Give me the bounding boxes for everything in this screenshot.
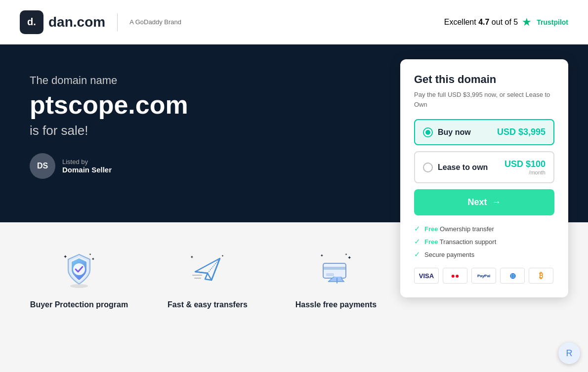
lease-radio: [423, 163, 433, 172]
feature-payments: ✦ ✦ ✦ Hassle free payments: [287, 247, 385, 310]
svg-rect-14: [326, 273, 334, 276]
seller-details: Listed by Domain Seller: [62, 158, 112, 174]
dan-logo-icon: d.: [20, 10, 43, 34]
check-icon-3: ✓: [414, 250, 420, 259]
bitcoin-icon: ₿: [529, 268, 553, 284]
lease-label: Lease to own: [438, 163, 488, 172]
feature-fast-transfer-label: Fast & easy transfers: [168, 299, 248, 310]
card-subtitle: Pay the full USD $3,995 now, or select L…: [414, 90, 554, 109]
svg-point-4: [70, 284, 88, 288]
dan-logo-text: dan.com: [48, 14, 105, 30]
shield-icon: ✦ ✦ ✦: [57, 247, 101, 291]
revain-badge[interactable]: R: [558, 342, 580, 364]
header-left: d. dan.com A GoDaddy Brand: [20, 10, 181, 34]
svg-text:✦: ✦: [63, 254, 67, 259]
lease-period: /month: [504, 169, 546, 175]
lease-option[interactable]: Lease to own USD $100 /month: [414, 151, 554, 183]
trustpilot-area: Excellent 4.7 out of 5 ★ Trustpilot: [444, 16, 568, 29]
feature-payments-label: Hassle free payments: [295, 299, 377, 310]
seller-listed-by: Listed by: [62, 158, 112, 165]
trustpilot-brand: Trustpilot: [537, 18, 568, 26]
buy-now-label: Buy now: [438, 128, 471, 137]
svg-text:✦: ✦: [89, 253, 91, 256]
feature-buyer-protection-label: Buyer Protection program: [30, 299, 128, 310]
benefit-ownership: ✓ Free Ownership transfer: [414, 224, 554, 233]
purchase-card: Get this domain Pay the full USD $3,995 …: [400, 59, 568, 297]
feature-fast-transfer: ✦ ✦ Fast & easy transfers: [158, 247, 257, 310]
buy-now-option[interactable]: Buy now USD $3,995: [414, 119, 554, 145]
lease-price: USD $100: [504, 159, 546, 169]
feature-buyer-protection: ✦ ✦ ✦ Buyer: [30, 247, 128, 310]
visa-icon: VISA: [414, 268, 439, 284]
check-icon-1: ✓: [414, 224, 420, 233]
buy-now-radio: [423, 127, 433, 137]
svg-text:✦: ✦: [347, 255, 351, 260]
svg-rect-13: [323, 267, 346, 270]
alipay-icon: ⊕: [500, 268, 525, 284]
benefit-secure: ✓ Secure payments: [414, 250, 554, 259]
benefit-transaction: ✓ Free Transaction support: [414, 237, 554, 246]
trustpilot-stars: ★: [522, 16, 533, 29]
svg-text:✦: ✦: [345, 253, 347, 256]
next-button[interactable]: Next →: [414, 189, 554, 215]
hero-section: The domain name ptscope.com is for sale!…: [0, 44, 588, 222]
godaddy-label: A GoDaddy Brand: [129, 18, 181, 26]
header-divider: [117, 13, 118, 31]
dan-logo[interactable]: d. dan.com: [20, 10, 105, 34]
site-header: d. dan.com A GoDaddy Brand Excellent 4.7…: [0, 0, 588, 44]
avatar: DS: [30, 153, 55, 179]
payment-icons: VISA ●● PayPal ⊕ ₿: [414, 268, 554, 284]
card-title: Get this domain: [414, 73, 554, 86]
svg-text:✦: ✦: [91, 257, 95, 261]
trustpilot-rating-text: Excellent 4.7 out of 5: [444, 18, 518, 27]
benefits-list: ✓ Free Ownership transfer ✓ Free Transac…: [414, 224, 554, 259]
paypal-icon: PayPal: [471, 268, 496, 284]
svg-text:✦: ✦: [320, 253, 324, 258]
credit-card-icon: ✦ ✦ ✦: [314, 247, 358, 291]
paper-plane-icon: ✦ ✦: [185, 247, 230, 291]
mastercard-icon: ●●: [443, 268, 467, 284]
svg-text:✦: ✦: [190, 255, 194, 259]
svg-text:✦: ✦: [221, 254, 224, 257]
buy-now-price: USD $3,995: [497, 127, 546, 137]
check-icon-2: ✓: [414, 237, 420, 246]
arrow-right-icon: →: [492, 197, 501, 207]
seller-name: Domain Seller: [62, 165, 112, 174]
